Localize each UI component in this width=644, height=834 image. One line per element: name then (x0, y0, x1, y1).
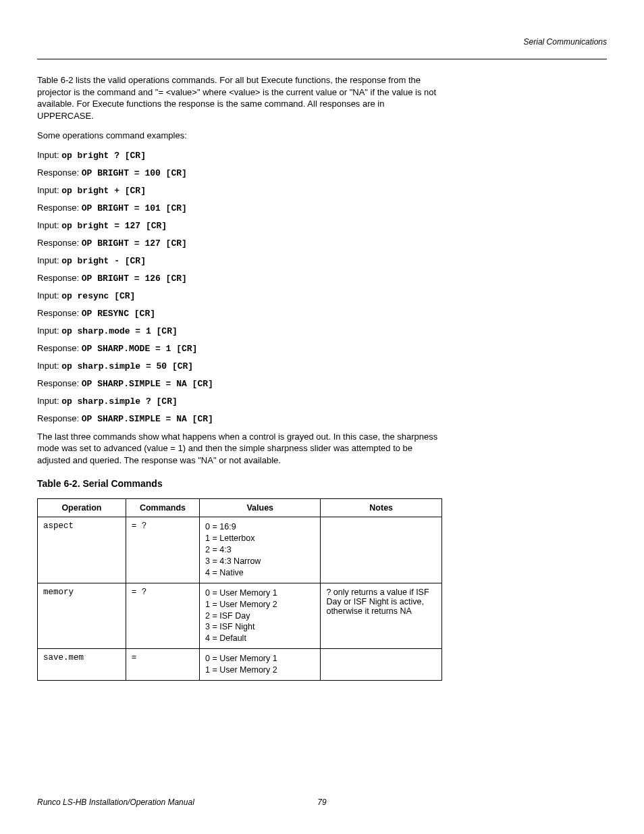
footer-page-number: 79 (317, 798, 326, 807)
example-command: OP BRIGHT = 100 [CR] (82, 168, 187, 178)
value-line: 3 = 4:3 Narrow (205, 556, 315, 567)
col-header-notes: Notes (321, 499, 442, 517)
example-command: OP BRIGHT = 127 [CR] (82, 238, 187, 249)
value-line: 1 = User Memory 2 (205, 599, 315, 610)
cell-notes (321, 649, 442, 681)
intro-paragraph-1: Table 6-2 lists the valid operations com… (37, 74, 442, 122)
command-example-line: Response: OP RESYNC [CR] (37, 308, 442, 319)
cell-notes (321, 517, 442, 583)
command-example-line: Input: op resync [CR] (37, 290, 442, 301)
example-label: Input: (37, 185, 61, 195)
cell-commands: = (126, 649, 199, 681)
example-command: op bright + [CR] (61, 186, 146, 196)
page-footer: Runco LS-HB Installation/Operation Manua… (37, 798, 607, 807)
table-row: save.mem=0 = User Memory 11 = User Memor… (38, 649, 442, 681)
example-label: Response: (37, 203, 82, 213)
cell-values: 0 = User Memory 11 = User Memory 22 = IS… (200, 583, 321, 648)
example-command: op sharp.simple = 50 [CR] (61, 361, 193, 371)
table-row: memory= ?0 = User Memory 11 = User Memor… (38, 583, 442, 648)
command-example-line: Response: OP BRIGHT = 101 [CR] (37, 203, 442, 213)
example-label: Response: (37, 308, 82, 318)
example-label: Input: (37, 325, 61, 336)
example-command: OP RESYNC [CR] (82, 309, 155, 319)
example-command: OP SHARP.SIMPLE = NA [CR] (82, 414, 213, 424)
value-line: 0 = User Memory 1 (205, 588, 315, 599)
table-body: aspect= ?0 = 16:91 = Letterbox2 = 4:33 =… (38, 517, 442, 681)
example-label: Input: (37, 361, 61, 371)
example-command: op resync [CR] (61, 291, 135, 301)
command-example-line: Response: OP SHARP.SIMPLE = NA [CR] (37, 413, 442, 424)
page: Serial Communications Table 6-2 lists th… (0, 0, 644, 834)
example-label: Response: (37, 273, 82, 283)
command-example-line: Input: op sharp.mode = 1 [CR] (37, 325, 442, 336)
body-block: Table 6-2 lists the valid operations com… (37, 74, 442, 681)
command-example-line: Response: OP SHARP.SIMPLE = NA [CR] (37, 378, 442, 389)
outro-paragraph: The last three commands show what happen… (37, 431, 442, 467)
cell-operation: save.mem (38, 649, 126, 681)
example-label: Response: (37, 343, 82, 353)
example-label: Response: (37, 413, 82, 423)
intro-paragraph-2: Some operations command examples: (37, 130, 442, 142)
example-command: op sharp.simple ? [CR] (61, 396, 178, 407)
command-example-line: Input: op bright - [CR] (37, 255, 442, 266)
cell-operation: memory (38, 583, 126, 648)
example-command: OP SHARP.SIMPLE = NA [CR] (82, 379, 213, 389)
value-line: 3 = ISF Night (205, 621, 315, 633)
value-line: 0 = 16:9 (205, 521, 315, 533)
command-example-line: Input: op sharp.simple = 50 [CR] (37, 361, 442, 371)
example-command: OP SHARP.MODE = 1 [CR] (82, 344, 198, 354)
example-command: op bright = 127 [CR] (61, 221, 167, 231)
cell-values: 0 = 16:91 = Letterbox2 = 4:33 = 4:3 Narr… (200, 517, 321, 583)
header-rule (37, 59, 607, 59)
col-header-commands: Commands (126, 499, 199, 517)
command-example-line: Input: op sharp.simple ? [CR] (37, 396, 442, 407)
col-header-values: Values (200, 499, 321, 517)
table-row: aspect= ?0 = 16:91 = Letterbox2 = 4:33 =… (38, 517, 442, 583)
table-header-row: Operation Commands Values Notes (38, 499, 442, 517)
value-line: 4 = Native (205, 567, 315, 579)
command-example-line: Response: OP BRIGHT = 126 [CR] (37, 273, 442, 284)
example-label: Input: (37, 290, 61, 301)
cell-operation: aspect (38, 517, 126, 583)
example-label: Response: (37, 167, 82, 178)
example-command: op bright - [CR] (61, 256, 146, 266)
cell-commands: = ? (126, 517, 199, 583)
command-example-line: Response: OP SHARP.MODE = 1 [CR] (37, 343, 442, 354)
value-line: 1 = Letterbox (205, 533, 315, 544)
example-label: Input: (37, 150, 61, 160)
cell-commands: = ? (126, 583, 199, 648)
value-line: 4 = Default (205, 633, 315, 644)
example-label: Response: (37, 238, 82, 248)
value-line: 0 = User Memory 1 (205, 653, 315, 664)
running-header: Serial Communications (37, 37, 607, 47)
example-label: Input: (37, 255, 61, 265)
command-example-line: Input: op bright = 127 [CR] (37, 220, 442, 231)
example-command: op sharp.mode = 1 [CR] (61, 326, 178, 336)
command-examples: Input: op bright ? [CR]Response: OP BRIG… (37, 150, 442, 424)
col-header-operation: Operation (38, 499, 126, 517)
cell-values: 0 = User Memory 11 = User Memory 2 (200, 649, 321, 681)
example-label: Input: (37, 396, 61, 406)
example-label: Response: (37, 378, 82, 388)
serial-commands-table: Operation Commands Values Notes aspect= … (37, 498, 442, 681)
example-command: op bright ? [CR] (61, 151, 146, 161)
example-command: OP BRIGHT = 126 [CR] (82, 273, 187, 284)
value-line: 2 = 4:3 (205, 544, 315, 556)
value-line: 2 = ISF Day (205, 610, 315, 622)
command-example-line: Input: op bright + [CR] (37, 185, 442, 196)
example-label: Input: (37, 220, 61, 230)
table-caption: Table 6-2. Serial Commands (37, 478, 442, 489)
footer-manual-title: Runco LS-HB Installation/Operation Manua… (37, 798, 194, 807)
cell-notes: ? only returns a value if ISF Day or ISF… (321, 583, 442, 648)
command-example-line: Response: OP BRIGHT = 127 [CR] (37, 238, 442, 249)
value-line: 1 = User Memory 2 (205, 664, 315, 676)
example-command: OP BRIGHT = 101 [CR] (82, 203, 187, 213)
command-example-line: Response: OP BRIGHT = 100 [CR] (37, 167, 442, 178)
command-example-line: Input: op bright ? [CR] (37, 150, 442, 161)
